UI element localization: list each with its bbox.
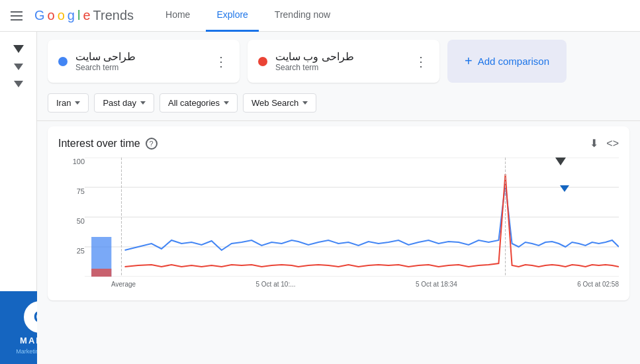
x-label-1: 5 Oct at 10:... — [255, 281, 295, 288]
y-label-75: 75 — [58, 187, 85, 195]
x-label-3: 6 Oct at 02:58 — [577, 281, 619, 288]
chart-svg — [85, 158, 619, 277]
logo-l: l — [77, 8, 80, 23]
nav-tabs: Home Explore Trending now — [155, 0, 341, 32]
filter-type-chevron-icon — [302, 101, 308, 105]
logo-o1: o — [48, 8, 55, 23]
avg-bar-red — [91, 269, 111, 277]
y-label-100: 100 — [58, 158, 85, 165]
main-content: طراحی سایت Search term ⋮ طراحی وب سایت S… — [37, 32, 640, 364]
header: Google Trends Home Explore Trending now — [0, 0, 640, 32]
logo-e: e — [83, 8, 90, 23]
term1-dot — [58, 57, 68, 66]
chart-title-group: Interest over time ? — [58, 138, 158, 150]
sidebar-collapse-1[interactable] — [13, 45, 24, 53]
logo-g: G — [34, 8, 45, 23]
term2-info: طراحی وب سایت Search term — [275, 50, 354, 72]
add-comparison-plus-icon: + — [465, 54, 473, 69]
filter-time-label: Past day — [103, 98, 136, 108]
menu-icon[interactable] — [11, 8, 26, 24]
x-label-2: 5 Oct at 18:34 — [416, 281, 457, 288]
chart-y-labels: 100 75 50 25 — [58, 158, 85, 290]
chart-area: 100 75 50 25 — [58, 158, 619, 290]
filters-row: Iran Past day All categories Web Search — [37, 91, 640, 120]
search-term-card-2: طراحی وب سایت Search term ⋮ — [248, 40, 439, 83]
search-term-card-1: طراحی سایت Search term ⋮ — [48, 40, 240, 83]
logo-trends: Trends — [93, 8, 134, 23]
add-comparison-label: Add comparison — [478, 56, 549, 67]
filter-category-button[interactable]: All categories — [160, 93, 238, 113]
filter-type-label: Web Search — [251, 98, 298, 108]
chart-section: Interest over time ? ⬇ <> 100 75 50 25 — [48, 126, 629, 300]
filter-country-chevron-icon — [75, 101, 80, 105]
search-term-left-2: طراحی وب سایت Search term — [258, 50, 354, 72]
logo-o2: o — [58, 8, 65, 23]
term2-dot — [258, 57, 267, 66]
term1-info: طراحی سایت Search term — [75, 50, 136, 72]
term1-sub: Search term — [75, 63, 136, 72]
term1-more-icon[interactable]: ⋮ — [213, 54, 229, 69]
filter-type-button[interactable]: Web Search — [243, 93, 316, 113]
tab-explore[interactable]: Explore — [206, 0, 258, 32]
tab-home[interactable]: Home — [155, 0, 201, 32]
filter-category-chevron-icon — [224, 101, 229, 105]
chart-annotation-arrow-1 — [555, 158, 566, 165]
chart-header: Interest over time ? ⬇ <> — [58, 137, 619, 150]
filter-category-label: All categories — [168, 98, 220, 108]
sidebar-collapse-3[interactable] — [14, 81, 23, 87]
term2-sub: Search term — [275, 63, 354, 72]
logo-g2: g — [68, 8, 75, 23]
help-icon[interactable]: ? — [146, 138, 158, 150]
filter-time-button[interactable]: Past day — [94, 93, 154, 113]
chart-actions: ⬇ <> — [590, 137, 619, 150]
term2-more-icon[interactable]: ⋮ — [413, 54, 429, 69]
red-line — [125, 174, 619, 267]
search-term-left-1: طراحی سایت Search term — [58, 50, 136, 72]
add-comparison-button[interactable]: + Add comparison — [447, 40, 567, 83]
chart-canvas-wrapper: Average 5 Oct at 10:... 5 Oct at 18:34 6… — [85, 158, 619, 290]
y-label-25: 25 — [58, 247, 85, 255]
tab-trending-now[interactable]: Trending now — [264, 0, 341, 32]
filter-country-button[interactable]: Iran — [48, 93, 89, 113]
logo: Google Trends — [34, 8, 134, 23]
term2-text: طراحی وب سایت — [275, 50, 354, 63]
filter-country-label: Iran — [56, 98, 71, 108]
section-divider — [37, 120, 640, 121]
chart-x-labels: Average 5 Oct at 10:... 5 Oct at 18:34 6… — [85, 281, 619, 288]
filter-time-chevron-icon — [140, 101, 146, 105]
download-icon[interactable]: ⬇ — [590, 137, 598, 150]
term1-text: طراحی سایت — [75, 50, 136, 63]
chart-title-text: Interest over time — [58, 138, 140, 150]
sidebar-collapse-2[interactable] — [14, 64, 23, 70]
embed-icon[interactable]: <> — [606, 138, 619, 150]
y-label-50: 50 — [58, 217, 85, 225]
x-label-avg: Average — [111, 281, 136, 288]
chart-annotation-arrow-2 — [560, 185, 569, 192]
search-terms-row: طراحی سایت Search term ⋮ طراحی وب سایت S… — [37, 32, 640, 91]
